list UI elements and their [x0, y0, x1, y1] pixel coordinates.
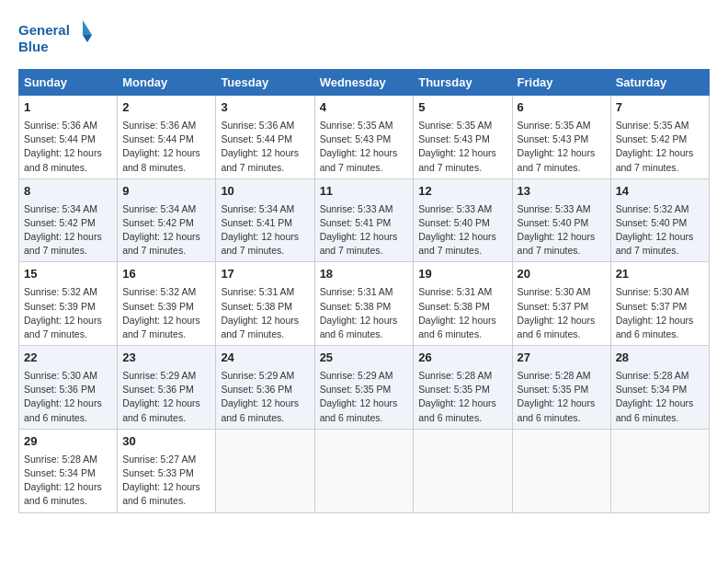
sunset-label: Sunset: 5:40 PM: [518, 217, 589, 228]
sunset-label: Sunset: 5:42 PM: [24, 217, 96, 228]
sunrise-label: Sunrise: 5:36 AM: [24, 120, 97, 131]
daylight-label: Daylight: 12 hours and 6 minutes.: [418, 397, 496, 422]
calendar-cell: 5 Sunrise: 5:35 AM Sunset: 5:43 PM Dayli…: [414, 96, 512, 179]
daylight-label: Daylight: 12 hours and 6 minutes.: [221, 397, 299, 422]
daylight-label: Daylight: 12 hours and 7 minutes.: [418, 147, 496, 172]
day-number: 30: [122, 433, 210, 451]
calendar-cell: 12 Sunrise: 5:33 AM Sunset: 5:40 PM Dayl…: [414, 178, 512, 262]
calendar-cell: 1 Sunrise: 5:36 AM Sunset: 5:44 PM Dayli…: [19, 96, 118, 179]
calendar-table: Sunday Monday Tuesday Wednesday Thursday…: [18, 69, 710, 513]
daylight-label: Daylight: 12 hours and 7 minutes.: [221, 147, 299, 172]
day-number: 21: [616, 266, 704, 283]
calendar-cell: 6 Sunrise: 5:35 AM Sunset: 5:43 PM Dayli…: [512, 96, 610, 179]
calendar-cell: 27 Sunrise: 5:28 AM Sunset: 5:35 PM Dayl…: [512, 346, 610, 430]
sunset-label: Sunset: 5:37 PM: [616, 301, 688, 312]
sunrise-label: Sunrise: 5:30 AM: [24, 370, 97, 381]
sunrise-label: Sunrise: 5:32 AM: [24, 286, 97, 297]
daylight-label: Daylight: 12 hours and 6 minutes.: [24, 481, 102, 506]
daylight-label: Daylight: 12 hours and 7 minutes.: [122, 231, 200, 256]
calendar-week-1: 1 Sunrise: 5:36 AM Sunset: 5:44 PM Dayli…: [19, 96, 710, 179]
sunset-label: Sunset: 5:42 PM: [616, 133, 688, 144]
day-number: 28: [616, 350, 704, 367]
sunrise-label: Sunrise: 5:35 AM: [320, 120, 393, 131]
sunset-label: Sunset: 5:41 PM: [221, 217, 292, 228]
svg-marker-3: [83, 35, 92, 42]
calendar-week-2: 8 Sunrise: 5:34 AM Sunset: 5:42 PM Dayli…: [19, 178, 710, 262]
sunrise-label: Sunrise: 5:29 AM: [221, 370, 294, 381]
calendar-cell: 20 Sunrise: 5:30 AM Sunset: 5:37 PM Dayl…: [512, 262, 610, 346]
daylight-label: Daylight: 12 hours and 7 minutes.: [418, 231, 496, 256]
day-number: 24: [221, 350, 309, 367]
day-number: 3: [221, 99, 309, 117]
daylight-label: Daylight: 12 hours and 6 minutes.: [518, 397, 596, 422]
sunset-label: Sunset: 5:44 PM: [221, 133, 292, 144]
day-number: 9: [122, 183, 210, 201]
sunset-label: Sunset: 5:36 PM: [122, 384, 194, 395]
daylight-label: Daylight: 12 hours and 7 minutes.: [518, 231, 596, 256]
daylight-label: Daylight: 12 hours and 7 minutes.: [616, 231, 694, 256]
sunset-label: Sunset: 5:37 PM: [518, 301, 589, 312]
day-number: 6: [518, 99, 606, 117]
calendar-cell: 13 Sunrise: 5:33 AM Sunset: 5:40 PM Dayl…: [512, 178, 610, 262]
sunrise-label: Sunrise: 5:28 AM: [518, 370, 591, 381]
sunset-label: Sunset: 5:34 PM: [616, 384, 688, 395]
day-number: 4: [320, 99, 409, 117]
page-header: General Blue: [18, 18, 710, 60]
day-number: 29: [24, 433, 112, 451]
sunrise-label: Sunrise: 5:30 AM: [616, 286, 689, 297]
col-wednesday: Wednesday: [314, 70, 414, 96]
calendar-cell: [610, 429, 709, 512]
calendar-cell: 21 Sunrise: 5:30 AM Sunset: 5:37 PM Dayl…: [610, 262, 709, 346]
sunrise-label: Sunrise: 5:35 AM: [616, 120, 689, 131]
col-thursday: Thursday: [414, 70, 512, 96]
calendar-cell: 19 Sunrise: 5:31 AM Sunset: 5:38 PM Dayl…: [414, 262, 512, 346]
day-number: 27: [518, 350, 606, 367]
sunrise-label: Sunrise: 5:32 AM: [122, 286, 196, 297]
daylight-label: Daylight: 12 hours and 8 minutes.: [24, 147, 102, 172]
calendar-cell: [314, 429, 414, 512]
calendar-cell: 4 Sunrise: 5:35 AM Sunset: 5:43 PM Dayli…: [314, 96, 414, 179]
calendar-cell: 15 Sunrise: 5:32 AM Sunset: 5:39 PM Dayl…: [19, 262, 118, 346]
day-number: 11: [320, 183, 409, 201]
calendar-cell: 29 Sunrise: 5:28 AM Sunset: 5:34 PM Dayl…: [19, 429, 118, 512]
sunset-label: Sunset: 5:43 PM: [320, 133, 392, 144]
day-number: 19: [418, 266, 506, 283]
daylight-label: Daylight: 12 hours and 7 minutes.: [221, 315, 299, 339]
calendar-week-3: 15 Sunrise: 5:32 AM Sunset: 5:39 PM Dayl…: [19, 262, 710, 346]
day-number: 15: [24, 266, 112, 283]
calendar-cell: 26 Sunrise: 5:28 AM Sunset: 5:35 PM Dayl…: [414, 346, 512, 430]
sunset-label: Sunset: 5:39 PM: [122, 301, 194, 312]
col-sunday: Sunday: [19, 70, 118, 96]
sunset-label: Sunset: 5:44 PM: [122, 133, 194, 144]
daylight-label: Daylight: 12 hours and 6 minutes.: [616, 397, 694, 422]
sunset-label: Sunset: 5:39 PM: [24, 301, 96, 312]
svg-marker-2: [83, 20, 92, 35]
sunset-label: Sunset: 5:38 PM: [418, 301, 490, 312]
sunset-label: Sunset: 5:35 PM: [320, 384, 392, 395]
day-number: 7: [616, 99, 704, 117]
sunrise-label: Sunrise: 5:33 AM: [418, 203, 492, 214]
sunrise-label: Sunrise: 5:35 AM: [418, 120, 492, 131]
calendar-cell: 9 Sunrise: 5:34 AM Sunset: 5:42 PM Dayli…: [118, 178, 216, 262]
daylight-label: Daylight: 12 hours and 6 minutes.: [122, 481, 200, 506]
day-number: 5: [418, 99, 506, 117]
calendar-cell: 16 Sunrise: 5:32 AM Sunset: 5:39 PM Dayl…: [118, 262, 216, 346]
day-number: 25: [320, 350, 409, 367]
sunrise-label: Sunrise: 5:28 AM: [418, 370, 492, 381]
sunset-label: Sunset: 5:36 PM: [221, 384, 292, 395]
day-number: 22: [24, 350, 112, 367]
sunset-label: Sunset: 5:43 PM: [518, 133, 589, 144]
sunset-label: Sunset: 5:35 PM: [418, 384, 490, 395]
daylight-label: Daylight: 12 hours and 7 minutes.: [24, 315, 102, 339]
daylight-label: Daylight: 12 hours and 6 minutes.: [320, 315, 398, 339]
sunset-label: Sunset: 5:43 PM: [418, 133, 490, 144]
day-number: 8: [24, 183, 112, 201]
sunrise-label: Sunrise: 5:28 AM: [24, 454, 97, 465]
calendar-cell: 24 Sunrise: 5:29 AM Sunset: 5:36 PM Dayl…: [216, 346, 314, 430]
daylight-label: Daylight: 12 hours and 7 minutes.: [122, 315, 200, 339]
sunset-label: Sunset: 5:44 PM: [24, 133, 96, 144]
day-number: 20: [518, 266, 606, 283]
calendar-cell: 18 Sunrise: 5:31 AM Sunset: 5:38 PM Dayl…: [314, 262, 414, 346]
day-number: 2: [122, 99, 210, 117]
calendar-cell: 14 Sunrise: 5:32 AM Sunset: 5:40 PM Dayl…: [610, 178, 709, 262]
